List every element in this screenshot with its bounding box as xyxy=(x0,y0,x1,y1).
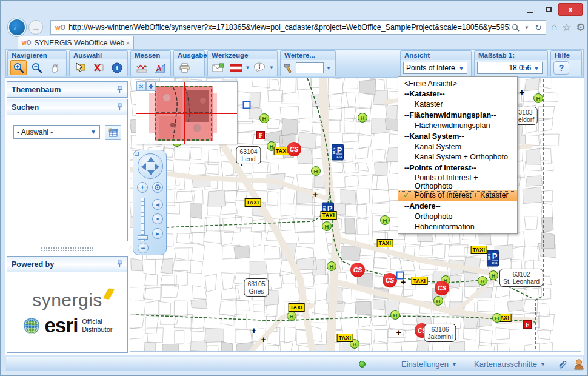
pin-icon[interactable] xyxy=(116,86,123,93)
panel-powered-by[interactable]: Powered by xyxy=(7,256,128,272)
bus-stop-marker[interactable]: H xyxy=(478,276,487,286)
maptip-caret-icon[interactable]: ▼ xyxy=(269,65,274,70)
overview-map[interactable]: ✕ ✥ xyxy=(136,81,238,144)
view-option-7[interactable]: Kanal System + Orthophoto xyxy=(398,152,517,163)
pan-button[interactable] xyxy=(47,60,63,75)
browser-tab[interactable]: wO SYNERGIS WebOffice Web... × xyxy=(18,36,134,49)
pan-right-icon[interactable] xyxy=(155,163,159,170)
url-dropdown-icon[interactable]: ▼ xyxy=(522,22,532,32)
taxi-marker[interactable]: TAXI xyxy=(289,303,305,312)
pin-icon[interactable] xyxy=(116,103,123,111)
view-option-0[interactable]: <Freie Ansicht> xyxy=(398,78,517,89)
send-map-button[interactable] xyxy=(210,60,227,75)
user-button[interactable] xyxy=(573,358,584,370)
weitere-input[interactable] xyxy=(296,62,324,73)
overview-close-icon[interactable]: ✕ xyxy=(136,82,146,91)
print-button[interactable] xyxy=(176,60,193,75)
search-select-caret-icon[interactable]: ▼ xyxy=(90,129,96,135)
bus-stop-marker[interactable]: H xyxy=(322,221,332,231)
clear-selection-button[interactable] xyxy=(90,60,107,75)
map-navigation-widget[interactable]: + ◂ • ▸ − xyxy=(133,150,167,255)
identify-button[interactable]: i xyxy=(109,60,125,75)
nav-collapse-icon[interactable] xyxy=(135,152,139,156)
view-select-caret-icon[interactable]: ▼ xyxy=(458,65,464,72)
panel-themenbaum[interactable]: Themenbaum xyxy=(7,81,128,98)
taxi-marker[interactable]: TAXI xyxy=(471,246,487,254)
pan-left-icon[interactable] xyxy=(141,163,146,170)
view-option-6[interactable]: Kanal System xyxy=(398,141,517,152)
favorites-star-icon[interactable]: ☆ xyxy=(562,21,571,34)
tab-close-icon[interactable]: × xyxy=(126,39,130,47)
taxi-marker[interactable]: TAXI xyxy=(337,334,353,342)
help-button[interactable]: ? xyxy=(553,61,569,75)
bus-stop-marker[interactable]: H xyxy=(390,310,400,320)
bus-stop-marker[interactable]: H xyxy=(489,270,498,280)
church-marker[interactable]: + xyxy=(396,327,402,337)
pan-control[interactable] xyxy=(138,153,163,179)
panel-suchen[interactable]: Suchen xyxy=(7,99,128,115)
zoom-slider-handle[interactable] xyxy=(138,235,148,240)
view-option-4[interactable]: Flächenwidmungsplan xyxy=(398,121,517,131)
view-option-12[interactable]: Orthophoto xyxy=(398,211,517,221)
bus-stop-marker[interactable]: H xyxy=(358,113,367,123)
view-option-11[interactable]: --Andere-- xyxy=(398,201,517,211)
settings-caret-icon[interactable]: ▼ xyxy=(452,361,457,368)
zoom-out-widget-button[interactable]: − xyxy=(138,243,149,253)
back-button[interactable]: ← xyxy=(8,18,26,36)
home-icon[interactable]: ⌂ xyxy=(551,21,557,33)
bus-stop-marker[interactable]: H xyxy=(433,296,443,306)
measure-distance-button[interactable] xyxy=(133,60,150,75)
language-caret-icon[interactable]: ▼ xyxy=(245,65,250,70)
parking-marker[interactable]: BUSPE/A xyxy=(332,144,344,161)
panel-resizer[interactable] xyxy=(7,245,128,253)
maptip-button[interactable] xyxy=(252,60,267,75)
pan-down-icon[interactable] xyxy=(147,170,155,175)
carsharing-marker[interactable]: CS xyxy=(383,273,397,287)
language-button[interactable] xyxy=(229,60,243,75)
weitere-caret-icon[interactable]: ▼ xyxy=(326,65,331,71)
info-point-marker[interactable] xyxy=(243,101,251,109)
taxi-marker[interactable]: TAXI xyxy=(412,277,428,285)
taxi-marker[interactable]: TAXI xyxy=(245,198,261,207)
attachment-button[interactable] xyxy=(556,359,567,370)
settings-gear-icon[interactable]: ⚙ xyxy=(576,21,586,34)
church-marker[interactable]: + xyxy=(520,87,525,96)
map-extracts-menu[interactable]: Kartenausschnitte ▼ xyxy=(474,360,546,369)
search-icon[interactable] xyxy=(510,22,520,32)
center-button[interactable]: • xyxy=(152,213,163,224)
prev-extent-button[interactable]: ◂ xyxy=(152,199,163,210)
measure-area-button[interactable]: A xyxy=(152,60,168,75)
forward-button[interactable]: → xyxy=(28,20,43,35)
scale-input[interactable]: 18.056 ▼ xyxy=(477,62,543,74)
full-extent-button[interactable] xyxy=(152,182,163,193)
info-point-marker[interactable] xyxy=(396,272,404,280)
taxi-marker[interactable]: TAXI xyxy=(377,239,393,247)
bus-stop-marker[interactable]: H xyxy=(311,166,321,176)
parking-marker[interactable]: BUSPE/A xyxy=(487,250,499,267)
view-option-1[interactable]: --Kataster-- xyxy=(398,89,517,99)
bus-stop-marker[interactable]: H xyxy=(327,261,336,271)
view-option-3[interactable]: --Flächenwidmungsplan-- xyxy=(398,110,517,120)
search-select[interactable]: - Auswahl - ▼ xyxy=(13,125,100,139)
church-marker[interactable]: + xyxy=(313,190,318,199)
bus-stop-marker[interactable]: H xyxy=(259,113,269,123)
zoom-in-button[interactable] xyxy=(10,60,27,75)
church-marker[interactable]: + xyxy=(261,335,267,344)
fire-station-marker[interactable]: F xyxy=(523,320,532,329)
bus-stop-marker[interactable]: H xyxy=(380,215,390,225)
fire-station-marker[interactable]: F xyxy=(256,131,265,139)
view-option-2[interactable]: Kataster xyxy=(398,99,517,110)
church-marker[interactable]: + xyxy=(252,326,257,335)
search-form-button[interactable] xyxy=(105,125,121,140)
view-select[interactable]: Points of Intere... ▼ xyxy=(403,62,467,74)
overview-move-icon[interactable]: ✥ xyxy=(146,82,156,91)
map-extracts-caret-icon[interactable]: ▼ xyxy=(540,361,546,368)
refresh-icon[interactable]: ↻ xyxy=(533,22,543,32)
settings-menu[interactable]: Einstellungen ▼ xyxy=(401,360,457,369)
taxi-marker[interactable]: TAXI xyxy=(321,211,337,220)
bus-stop-marker[interactable]: H xyxy=(492,313,502,323)
pin-icon[interactable] xyxy=(116,260,123,268)
url-text[interactable]: http://w-ws-wintner/WebOffice/synserver?… xyxy=(68,23,510,32)
maximize-button[interactable] xyxy=(540,3,557,16)
scale-caret-icon[interactable]: ▼ xyxy=(533,65,540,72)
